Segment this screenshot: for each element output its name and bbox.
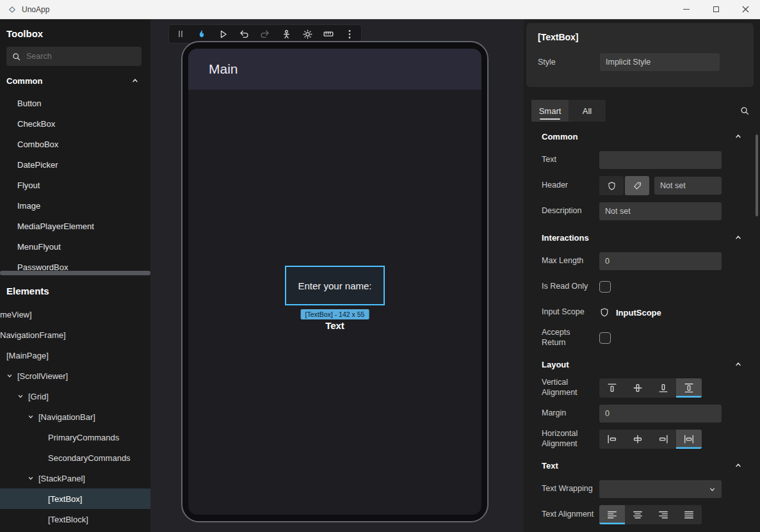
toolbox-item-button[interactable]: Button [0, 93, 150, 113]
section-title: Interactions [542, 233, 589, 243]
canvas-textbox[interactable]: Enter your name: [285, 266, 385, 305]
align-top-icon [606, 382, 618, 394]
valign-center-button[interactable] [625, 378, 651, 398]
undo-button[interactable] [238, 28, 250, 40]
hot-reload-flame-icon[interactable] [195, 28, 208, 40]
toolbox-group-common[interactable]: Common [0, 69, 150, 93]
section-common[interactable]: Common [524, 125, 760, 147]
tree-item-textbox[interactable]: [TextBox] [0, 488, 150, 509]
more-options-button[interactable] [343, 28, 356, 40]
tree-item-stackpanel[interactable]: [StackPanel] [0, 468, 150, 488]
max-length-input[interactable] [599, 252, 722, 270]
canvas-textblock[interactable]: Text [188, 320, 481, 331]
property-row-input-scope: Input Scope InputScope [524, 300, 760, 325]
elements-title: Elements [0, 275, 150, 304]
tab-smart[interactable]: Smart [531, 100, 569, 122]
halign-stretch-button[interactable] [676, 430, 702, 449]
tree-item-label: [MainPage] [6, 351, 49, 360]
halign-left-button[interactable] [599, 430, 625, 449]
description-input[interactable] [599, 202, 722, 220]
vertical-alignment-group [599, 378, 702, 398]
tree-item-scrollviewer[interactable]: [ScrollViewer] [0, 366, 150, 386]
property-row-text-alignment: Text Alignment [524, 502, 760, 528]
header-binding-toggle[interactable] [599, 176, 624, 195]
tree-item-navigationbar[interactable]: [NavigationBar] [0, 407, 150, 427]
toolbox-item-mediaplayerelement[interactable]: MediaPlayerElement [0, 216, 150, 236]
margin-input[interactable] [599, 405, 722, 423]
tree-item-navigationframe[interactable]: NavigationFrame] [0, 325, 150, 345]
tree-item-textblock[interactable]: [TextBlock] [0, 509, 150, 529]
properties-search-button[interactable] [740, 106, 750, 116]
shield-icon [607, 181, 617, 191]
chevron-up-icon[interactable] [734, 462, 742, 469]
tree-item-secondarycommands[interactable]: SecondaryCommands [0, 447, 150, 468]
search-input[interactable] [26, 52, 136, 61]
chevron-down-icon[interactable] [6, 373, 17, 379]
toolbox-horizontal-scrollbar[interactable] [0, 271, 150, 275]
search-icon [740, 106, 750, 116]
header-input[interactable] [654, 177, 722, 195]
tree-item-primarycommands[interactable]: PrimaryCommands [0, 427, 150, 447]
align-vcenter-icon [632, 382, 643, 394]
accepts-return-checkbox[interactable] [599, 332, 611, 344]
style-input[interactable] [600, 53, 720, 71]
redo-button[interactable] [259, 28, 271, 40]
text-align-left-button[interactable] [599, 505, 625, 524]
play-button[interactable] [216, 28, 229, 40]
input-scope-value[interactable]: InputScope [616, 308, 661, 318]
minimize-button[interactable] [672, 0, 701, 19]
section-layout[interactable]: Layout [524, 353, 760, 375]
valign-top-button[interactable] [599, 378, 625, 398]
tab-all[interactable]: All [569, 100, 606, 122]
text-align-center-button[interactable] [625, 505, 651, 524]
chevron-up-icon[interactable] [734, 360, 742, 368]
minimize-icon [683, 9, 690, 10]
toolbox-item-menuflyout[interactable]: MenuFlyout [0, 236, 150, 257]
text-input[interactable] [599, 151, 722, 169]
toolbox-item-flyout[interactable]: Flyout [0, 175, 150, 195]
valign-bottom-button[interactable] [651, 378, 676, 398]
is-read-only-checkbox[interactable] [599, 281, 611, 293]
tree-item-label: PrimaryCommands [48, 433, 119, 442]
tree-item-grid[interactable]: [Grid] [0, 386, 150, 407]
close-button[interactable] [731, 0, 760, 19]
person-icon[interactable] [280, 28, 293, 40]
chevron-up-icon[interactable] [734, 234, 742, 241]
section-text[interactable]: Text [524, 455, 760, 476]
tree-item-label: [NavigationBar] [38, 412, 95, 422]
toolbox-item-combobox[interactable]: ComboBox [0, 134, 150, 154]
maximize-button[interactable] [701, 0, 731, 19]
chevron-down-icon[interactable] [17, 393, 28, 399]
properties-scrollbar-thumb[interactable] [756, 134, 758, 216]
text-align-right-button[interactable] [651, 505, 676, 524]
tree-item-someview[interactable]: meView] [0, 304, 150, 325]
toolbox-item-checkbox[interactable]: CheckBox [0, 113, 150, 134]
halign-right-button[interactable] [651, 430, 676, 449]
left-sidebar: Toolbox Common Button CheckBox ComboBox … [0, 19, 150, 532]
property-label: Is Read Only [542, 282, 599, 292]
toolbox-item-datepicker[interactable]: DatePicker [0, 154, 150, 175]
toolbox-search[interactable] [6, 47, 141, 66]
chevron-up-icon[interactable] [131, 77, 139, 85]
theme-sun-icon[interactable] [301, 28, 314, 40]
tree-item-mainpage[interactable]: [MainPage] [0, 345, 150, 366]
section-interactions[interactable]: Interactions [524, 227, 760, 248]
property-row-horizontal-alignment: Horizontal Alignment [524, 426, 760, 452]
chevron-down-icon[interactable] [28, 475, 38, 481]
chevron-down-icon[interactable] [28, 414, 38, 420]
device-frame: Main Enter your name: [TextBox] - 142 x … [181, 41, 489, 522]
property-label: Text [542, 155, 599, 165]
header-tag-toggle[interactable] [625, 176, 649, 195]
valign-stretch-button[interactable] [676, 378, 702, 398]
halign-center-button[interactable] [625, 430, 651, 449]
chevron-up-icon[interactable] [734, 133, 742, 140]
text-wrapping-dropdown[interactable] [599, 480, 722, 498]
app-navigation-bar[interactable]: Main [188, 49, 481, 90]
shield-icon [599, 307, 610, 318]
ruler-icon[interactable] [322, 28, 335, 40]
text-align-justify-button[interactable] [676, 505, 702, 524]
toolbox-item-image[interactable]: Image [0, 195, 150, 216]
toolbar-drag-handle[interactable] [174, 28, 187, 40]
property-row-header: Header [524, 173, 760, 198]
selection-size-badge: [TextBox] - 142 x 55 [301, 309, 369, 319]
